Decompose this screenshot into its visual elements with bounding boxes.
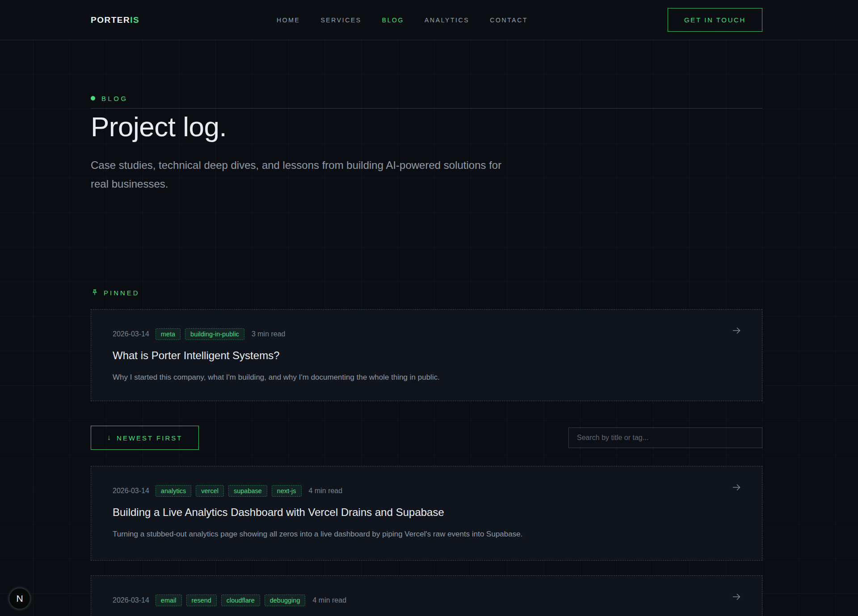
get-in-touch-button[interactable]: GET IN TOUCH [668,8,762,32]
post-description: Turning a stubbed-out analytics page sho… [113,529,740,540]
nav-item-contact[interactable]: CONTACT [490,17,528,24]
post-description: Why I started this company, what I'm bui… [113,372,740,383]
page-subtitle: Case studies, technical deep dives, and … [91,156,513,193]
tag-resend[interactable]: resend [186,595,217,606]
post-read-time: 4 min read [312,596,346,604]
nav-item-blog[interactable]: BLOG [382,17,404,24]
post-tags: meta building-in-public [156,328,244,340]
logo-text-primary: PORTER [91,15,130,25]
post-title[interactable]: Building a Live Analytics Dashboard with… [113,506,740,519]
green-dot-icon [91,96,95,101]
pin-icon [91,289,99,297]
nextjs-dev-badge[interactable]: N [9,588,30,609]
blog-section-label-text: BLOG [101,95,128,102]
tag-debugging[interactable]: debugging [265,595,306,606]
post-meta-row: 2026-03-14 analytics vercel supabase nex… [113,485,740,497]
blog-section-label: BLOG [91,94,762,102]
tag-vercel[interactable]: vercel [196,485,224,497]
pinned-post-card[interactable]: 2026-03-14 meta building-in-public 3 min… [91,309,762,401]
arrow-right-icon[interactable] [731,482,742,493]
nextjs-n-icon: N [16,593,23,604]
post-meta-row: 2026-03-14 email resend cloudflare debug… [113,595,740,606]
sort-button-label: NEWEST FIRST [117,434,182,442]
arrow-right-icon[interactable] [731,325,742,336]
logo-text-accent: IS [130,15,139,25]
tag-meta[interactable]: meta [156,328,181,340]
post-date: 2026-03-14 [113,487,149,495]
nav-item-services[interactable]: SERVICES [320,17,361,24]
post-read-time: 3 min read [252,330,286,338]
pinned-section-label: PINNED [91,288,762,297]
tag-analytics[interactable]: analytics [156,485,191,497]
arrow-down-icon: ↓ [107,433,111,442]
post-tags: analytics vercel supabase next-js [156,485,302,497]
top-nav: PORTERIS HOME SERVICES BLOG ANALYTICS CO… [0,0,858,40]
pinned-label-text: PINNED [104,289,140,297]
sort-newest-first-button[interactable]: ↓ NEWEST FIRST [91,426,199,450]
main-content: BLOG Project log. Case studies, technica… [0,94,762,616]
page-title: Project log. [91,112,762,142]
nav-menu: HOME SERVICES BLOG ANALYTICS CONTACT [277,0,528,40]
tag-building-in-public[interactable]: building-in-public [185,328,244,340]
nav-item-analytics[interactable]: ANALYTICS [425,17,469,24]
tag-supabase[interactable]: supabase [228,485,267,497]
arrow-right-icon[interactable] [731,591,742,603]
tag-email[interactable]: email [156,595,182,606]
logo[interactable]: PORTERIS [91,0,139,40]
list-controls: ↓ NEWEST FIRST [91,426,762,450]
post-tags: email resend cloudflare debugging [156,595,306,606]
post-title[interactable]: What is Porter Intelligent Systems? [113,349,740,362]
post-card[interactable]: 2026-03-14 email resend cloudflare debug… [91,575,762,616]
post-date: 2026-03-14 [113,330,149,338]
post-read-time: 4 min read [309,487,343,495]
post-card[interactable]: 2026-03-14 analytics vercel supabase nex… [91,466,762,561]
tag-cloudflare[interactable]: cloudflare [221,595,260,606]
post-meta-row: 2026-03-14 meta building-in-public 3 min… [113,328,740,340]
search-input[interactable] [568,427,762,448]
tag-next-js[interactable]: next-js [272,485,302,497]
post-date: 2026-03-14 [113,596,149,604]
nav-item-home[interactable]: HOME [277,17,300,24]
